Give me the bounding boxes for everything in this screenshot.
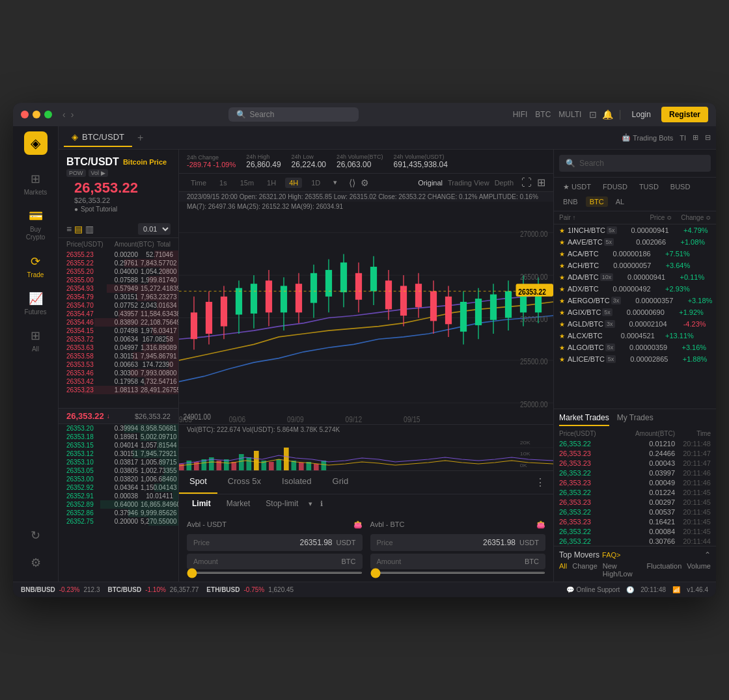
ask-row[interactable]: 26353.58 0.30151 7,945.86791 xyxy=(59,352,178,360)
ask-row[interactable]: 26353.46 0.30300 7,993.00800 xyxy=(59,369,178,377)
register-button[interactable]: Register xyxy=(661,107,708,122)
rp-pair-row[interactable]: ★ ACH/BTC 0.00000057 +3.64% xyxy=(554,260,716,271)
ask-row[interactable]: 26354.47 0.43957 11,584.63438 xyxy=(59,310,178,318)
sidebar-item-all[interactable]: ⊞ All xyxy=(13,322,58,359)
grid-chart-icon[interactable]: ⊞ xyxy=(537,176,545,189)
bell-icon[interactable]: 🔔 xyxy=(602,109,613,120)
cross5x-tab[interactable]: Cross 5x xyxy=(217,471,271,494)
tab-btc-usdt[interactable]: ◈ BTC/USDT xyxy=(64,128,132,147)
sidebar-item-markets[interactable]: ⊞ Markets xyxy=(13,165,58,202)
star-icon[interactable]: ★ xyxy=(559,250,565,258)
sidebar-item-sync[interactable]: ↻ xyxy=(13,522,58,549)
ask-row[interactable]: 26353.53 0.00663 174.72390 xyxy=(59,360,178,369)
bid-row[interactable]: 26352.75 0.20000 5,270.55000 xyxy=(59,517,178,526)
time-btn-4h[interactable]: 4H xyxy=(285,178,302,188)
bid-row[interactable]: 26353.20 0.39994 8,958.50681 xyxy=(59,424,178,433)
sidebar-item-futures[interactable]: 📈 Futures xyxy=(13,285,58,322)
ask-row[interactable]: 26355.20 0.04000 1,054.20800 xyxy=(59,267,178,276)
star-icon[interactable]: ★ xyxy=(559,227,565,234)
time-btn-15m[interactable]: 15m xyxy=(236,178,258,188)
star-icon[interactable]: ★ xyxy=(559,274,565,281)
add-tab-button[interactable]: + xyxy=(132,128,148,148)
star-icon[interactable]: ★ xyxy=(559,262,565,269)
filter-btc[interactable]: BTC xyxy=(586,196,608,207)
tm-filter-fluctuation[interactable]: Fluctuation xyxy=(646,562,681,578)
chart-canvas[interactable]: 26353.22 9/03 09/06 09/09 09/12 09/15 27… xyxy=(179,211,553,424)
ob-ask-icon[interactable]: ▤ xyxy=(74,224,83,234)
buy-amount-input[interactable]: Amount BTC xyxy=(187,554,363,569)
ti-button[interactable]: TI xyxy=(680,134,686,142)
filter-fdusd[interactable]: FDUSD xyxy=(599,182,631,193)
ask-row[interactable]: 26353.42 0.17958 4,732.54716 xyxy=(59,377,178,386)
sell-amount-input[interactable]: Amount BTC xyxy=(370,554,546,569)
bid-row[interactable]: 26352.91 0.00038 10.01411 xyxy=(59,492,178,500)
filter-busd[interactable]: BUSD xyxy=(667,182,695,193)
ask-row[interactable]: 26355.00 0.07588 1,999.81740 xyxy=(59,276,178,284)
rp-pair-row[interactable]: ★ AGLD/BTC 3x 0.00002104 -4.23% xyxy=(554,318,716,330)
sidebar-item-trade[interactable]: ⟳ Trade xyxy=(13,248,58,285)
star-icon[interactable]: ★ xyxy=(559,344,565,351)
buy-slider[interactable] xyxy=(187,572,363,574)
bid-row[interactable]: 26353.05 0.03805 1,002.73355 xyxy=(59,466,178,475)
view-original-btn[interactable]: Original xyxy=(418,179,443,187)
rp-pair-row[interactable]: ★ ALGO/BTC 5x 0.00000359 +3.16% xyxy=(554,342,716,353)
nav-tag-hifi[interactable]: HIFI xyxy=(513,110,528,119)
my-trades-tab[interactable]: My Trades xyxy=(617,413,653,426)
bid-row[interactable]: 26352.86 0.37946 9,999.85626 xyxy=(59,509,178,517)
expand-chart-icon[interactable]: ⛶ xyxy=(521,177,532,189)
limit-btn[interactable]: Limit xyxy=(187,497,216,510)
view-depth-btn[interactable]: Depth xyxy=(495,179,514,187)
filter-al[interactable]: AL xyxy=(612,196,628,207)
filter-star[interactable]: ★ USDT xyxy=(559,182,595,193)
tm-filter-newhighlow[interactable]: New High/Low xyxy=(603,562,642,578)
star-icon[interactable]: ★ xyxy=(559,286,565,293)
ob-bid-icon[interactable]: ▥ xyxy=(85,224,94,234)
market-btn[interactable]: Market xyxy=(221,497,256,510)
sell-price-input[interactable]: Price 26351.98 USDT xyxy=(370,534,546,551)
collapse-icon[interactable]: ⌃ xyxy=(704,550,711,559)
maximize-button[interactable] xyxy=(44,111,52,118)
trading-bots-link[interactable]: 🤖 Trading Bots xyxy=(622,133,673,142)
rp-pair-row[interactable]: ★ AERGO/BTC 3x 0.00000357 +3.18% xyxy=(554,295,716,306)
info-icon-order[interactable]: ℹ xyxy=(320,500,323,508)
spot-tab[interactable]: Spot xyxy=(179,471,217,494)
filter-tusd[interactable]: TUSD xyxy=(635,182,663,193)
vol-badge[interactable]: Vol ▶ xyxy=(89,169,108,177)
tm-filter-all[interactable]: All xyxy=(559,562,567,578)
indicators-icon[interactable]: ⟨⟩ xyxy=(349,178,355,188)
bid-row[interactable]: 26352.92 0.04364 1,150.04143 xyxy=(59,483,178,492)
ask-row[interactable]: 26354.79 0.30151 7,963.23273 xyxy=(59,293,178,301)
star-icon[interactable]: ★ xyxy=(559,309,565,316)
bitcoin-price-link[interactable]: Bitcoin Price xyxy=(123,158,167,166)
rp-pair-row[interactable]: ★ AGIX/BTC 5x 0.00000690 +1.92% xyxy=(554,306,716,318)
rp-search-input[interactable]: 🔍 Search xyxy=(559,155,711,172)
tm-filter-volume[interactable]: Volume xyxy=(687,562,711,578)
sidebar-item-buy-crypto[interactable]: 💳 BuyCrypto xyxy=(13,202,58,248)
sell-wallet-icon[interactable]: 👛 xyxy=(536,520,545,529)
nav-tag-multi[interactable]: MULTI xyxy=(558,110,581,119)
close-button[interactable] xyxy=(21,111,29,118)
settings-chart-icon[interactable]: ⚙ xyxy=(361,178,369,188)
star-icon[interactable]: ★ xyxy=(559,321,565,328)
bid-row[interactable]: 26353.12 0.30151 7,945.72921 xyxy=(59,450,178,458)
rp-pair-row[interactable]: ★ ALCX/BTC 0.0004521 +13.11% xyxy=(554,330,716,342)
rp-pair-row[interactable]: ★ ACA/BTC 0.00000186 +7.51% xyxy=(554,248,716,260)
grid-tab[interactable]: Grid xyxy=(322,471,359,494)
more-options-icon[interactable]: ⋮ xyxy=(527,471,553,494)
ask-row[interactable]: 26353.72 0.00634 167.08258 xyxy=(59,335,178,343)
time-btn-time[interactable]: Time xyxy=(187,178,210,188)
market-trades-tab[interactable]: Market Trades xyxy=(559,413,609,426)
ask-row[interactable]: 26353.23 1.08113 28,491.26755 xyxy=(59,386,178,394)
minimize-button[interactable] xyxy=(33,111,40,118)
ask-row[interactable]: 26354.15 0.07498 1,976.03417 xyxy=(59,327,178,335)
stoplimit-btn[interactable]: Stop-limit xyxy=(260,497,303,510)
star-icon[interactable]: ★ xyxy=(559,297,565,304)
sell-amount-slider[interactable] xyxy=(370,572,546,574)
time-btn-more[interactable]: ▾ xyxy=(329,177,341,188)
bid-row[interactable]: 26353.15 0.04014 1,057.81544 xyxy=(59,441,178,450)
grid-icon[interactable]: ⊞ xyxy=(693,133,698,142)
ob-size-select[interactable]: 0.01 0.1 1 xyxy=(138,223,171,235)
faq-link[interactable]: FAQ> xyxy=(602,551,620,559)
time-btn-1h[interactable]: 1H xyxy=(263,178,280,188)
star-icon[interactable]: ★ xyxy=(559,356,565,363)
